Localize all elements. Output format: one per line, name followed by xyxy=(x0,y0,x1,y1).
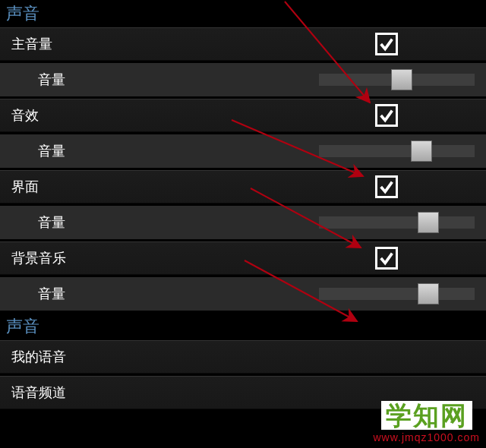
label-volume: 音量 xyxy=(38,71,65,89)
row-sfx: 音效 xyxy=(0,99,486,132)
row-sfx-slider: 音量 xyxy=(0,134,486,168)
label-bgm: 背景音乐 xyxy=(11,249,66,267)
slider-thumb[interactable] xyxy=(418,283,439,304)
checkbox-ui[interactable] xyxy=(375,175,398,198)
watermark: 学知网 www.jmqz1000.com xyxy=(374,401,481,443)
label-volume: 音量 xyxy=(38,213,65,232)
slider-ui[interactable] xyxy=(319,216,475,229)
watermark-url: www.jmqz1000.com xyxy=(374,431,481,443)
slider-track xyxy=(319,288,475,300)
label-sfx: 音效 xyxy=(11,106,39,125)
row-master-volume: 主音量 xyxy=(0,27,486,61)
checkmark-icon xyxy=(378,178,395,195)
checkbox-sfx[interactable] xyxy=(375,104,398,127)
checkmark-icon xyxy=(378,107,395,124)
label-master-volume: 主音量 xyxy=(11,35,52,53)
slider-master-volume[interactable] xyxy=(319,74,475,86)
row-bgm-slider: 音量 xyxy=(0,277,486,311)
slider-sfx[interactable] xyxy=(319,145,475,157)
row-my-voice[interactable]: 我的语音 xyxy=(0,340,486,374)
slider-track xyxy=(319,145,475,157)
section-header-sound-2: 声音 xyxy=(0,313,486,340)
row-ui-slider: 音量 xyxy=(0,206,486,239)
slider-thumb[interactable] xyxy=(391,69,412,90)
label-ui: 界面 xyxy=(11,178,39,196)
watermark-logo: 学知网 xyxy=(381,401,472,430)
slider-thumb[interactable] xyxy=(418,212,439,233)
checkbox-master-volume[interactable] xyxy=(375,33,398,55)
row-bgm: 背景音乐 xyxy=(0,241,486,275)
slider-track xyxy=(319,216,475,229)
checkbox-bgm[interactable] xyxy=(375,247,398,270)
label-volume: 音量 xyxy=(38,142,65,160)
row-ui: 界面 xyxy=(0,170,486,203)
label-volume: 音量 xyxy=(38,285,65,303)
slider-bgm[interactable] xyxy=(319,288,475,300)
slider-thumb[interactable] xyxy=(411,140,432,162)
section-header-sound-1: 声音 xyxy=(0,0,486,27)
row-master-volume-slider: 音量 xyxy=(0,63,486,96)
checkmark-icon xyxy=(378,250,395,267)
label-voice-channel: 语音频道 xyxy=(11,383,66,402)
label-my-voice: 我的语音 xyxy=(11,348,66,366)
checkmark-icon xyxy=(378,36,395,52)
